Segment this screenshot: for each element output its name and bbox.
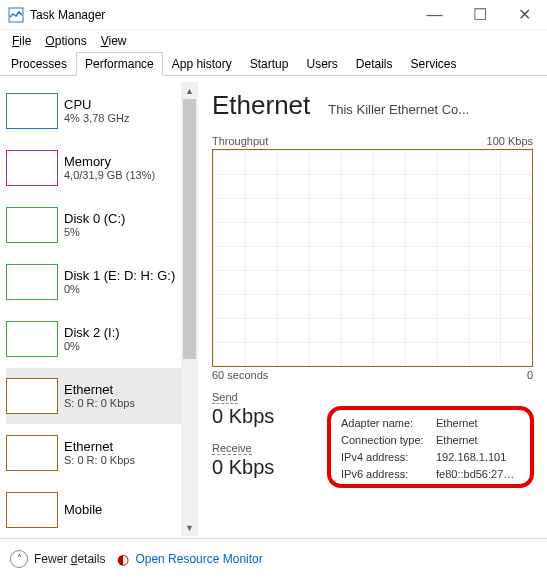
sidebar-scrollbar[interactable]: ▲ ▼ [181,82,198,536]
sidebar-item-ethernet[interactable]: EthernetS: 0 R: 0 Kbps [6,368,198,424]
thumb-icon [6,435,58,471]
menu-view[interactable]: View [95,32,133,50]
chart-x-left: 60 seconds [212,369,268,381]
thumb-icon [6,93,58,129]
thumb-icon [6,492,58,528]
sidebar-item-disk-0-c-[interactable]: Disk 0 (C:)5% [6,197,198,253]
sidebar-item-title: Disk 1 (E: D: H: G:) [64,268,175,284]
perf-sidebar: CPU4% 3,78 GHzMemory4,0/31,9 GB (13%)Dis… [0,76,198,536]
maximize-button[interactable]: ☐ [457,0,502,30]
thumb-icon [6,321,58,357]
sidebar-item-disk-1-e-d-h-g-[interactable]: Disk 1 (E: D: H: G:)0% [6,254,198,310]
sidebar-item-title: Memory [64,154,155,170]
scroll-thumb[interactable] [183,99,196,359]
tab-processes[interactable]: Processes [2,52,76,76]
sidebar-item-sub: 4,0/31,9 GB (13%) [64,169,155,182]
scroll-down-icon[interactable]: ▼ [181,519,198,536]
throughput-chart [212,149,533,367]
sidebar-item-title: Ethernet [64,382,135,398]
ipv4-value: 192.168.1.101 [436,449,520,466]
ipv4-label: IPv4 address: [341,449,436,466]
sidebar-item-mobile[interactable]: Mobile [6,482,198,536]
sidebar-item-title: CPU [64,97,129,113]
sidebar-item-title: Ethernet [64,439,135,455]
sidebar-item-sub: S: 0 R: 0 Kbps [64,397,135,410]
chart-label: Throughput [212,135,268,147]
receive-label: Receive [212,442,252,455]
sidebar-item-title: Disk 2 (I:) [64,325,120,341]
open-resource-monitor-link[interactable]: ◐ Open Resource Monitor [117,551,262,567]
window-title: Task Manager [30,8,105,22]
tab-startup[interactable]: Startup [241,52,298,76]
scroll-up-icon[interactable]: ▲ [181,82,198,99]
title-bar: Task Manager — ☐ ✕ [0,0,547,30]
sidebar-item-sub: 5% [64,226,125,239]
app-icon [8,7,24,23]
ipv6-label: IPv6 address: [341,466,436,483]
sidebar-item-sub: 0% [64,340,120,353]
tab-users[interactable]: Users [297,52,346,76]
menu-bar: File Options View [0,30,547,52]
menu-file[interactable]: File [6,32,37,50]
adapter-name-value: Ethernet [436,415,520,432]
sidebar-item-sub: S: 0 R: 0 Kbps [64,454,135,467]
tab-services[interactable]: Services [402,52,466,76]
chevron-up-icon: ˄ [10,550,28,568]
tab-bar: Processes Performance App history Startu… [0,52,547,76]
thumb-icon [6,150,58,186]
tab-app-history[interactable]: App history [163,52,241,76]
sidebar-item-disk-2-i-[interactable]: Disk 2 (I:)0% [6,311,198,367]
ipv6-value: fe80::bd56:2765:... [436,466,520,483]
fewer-details-button[interactable]: ˄ Fewer details [10,550,105,568]
thumb-icon [6,264,58,300]
close-button[interactable]: ✕ [502,0,547,30]
tab-details[interactable]: Details [347,52,402,76]
sidebar-item-memory[interactable]: Memory4,0/31,9 GB (13%) [6,140,198,196]
chart-scale: 100 Kbps [487,135,533,147]
sidebar-item-sub: 0% [64,283,175,296]
menu-options[interactable]: Options [39,32,92,50]
chart-x-right: 0 [527,369,533,381]
network-info-panel: Adapter name:Ethernet Connection type:Et… [327,406,534,488]
tab-performance[interactable]: Performance [76,52,163,76]
sidebar-item-title: Mobile [64,502,102,518]
resource-monitor-icon: ◐ [117,551,129,567]
sidebar-item-title: Disk 0 (C:) [64,211,125,227]
thumb-icon [6,378,58,414]
send-value: 0 Kbps [212,405,274,427]
minimize-button[interactable]: — [412,0,457,30]
connection-type-value: Ethernet [436,432,520,449]
page-title: Ethernet [212,90,310,121]
sidebar-item-sub: 4% 3,78 GHz [64,112,129,125]
sidebar-item-ethernet[interactable]: EthernetS: 0 R: 0 Kbps [6,425,198,481]
receive-value: 0 Kbps [212,456,274,478]
thumb-icon [6,207,58,243]
sidebar-item-cpu[interactable]: CPU4% 3,78 GHz [6,83,198,139]
adapter-name-label: Adapter name: [341,415,436,432]
footer-bar: ˄ Fewer details ◐ Open Resource Monitor [0,538,547,578]
connection-type-label: Connection type: [341,432,436,449]
adapter-subtitle: This Killer Ethernet Co... [328,102,533,117]
send-label: Send [212,391,238,404]
